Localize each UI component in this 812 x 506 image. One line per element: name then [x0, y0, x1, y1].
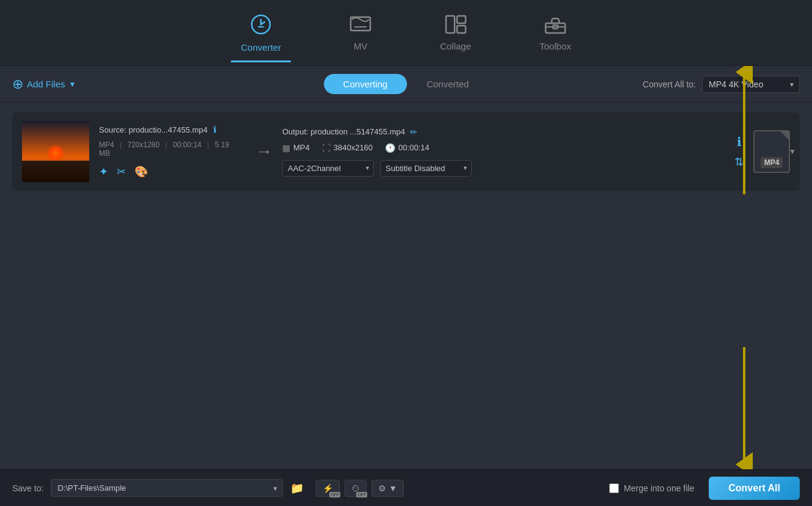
svg-rect-3 [457, 16, 466, 23]
source-format: MP4 [99, 141, 114, 149]
save-path-wrapper [51, 479, 283, 497]
bottom-bar: Save to: 📁 ⚡ OFF ⏲ OFF ⚙ ▼ Merge into on… [0, 469, 812, 506]
output-duration-spec: 🕐 00:00:14 [385, 143, 430, 153]
schedule-button[interactable]: ⏲ OFF [345, 480, 367, 497]
convert-arrow: → [255, 142, 272, 161]
cut-icon[interactable]: ✂ [117, 165, 126, 178]
save-path-input[interactable] [51, 479, 283, 497]
add-files-dropdown-arrow: ▼ [69, 80, 76, 89]
convert-all-button[interactable]: Convert All [709, 477, 800, 500]
enhance-icon[interactable]: ✦ [99, 165, 108, 178]
output-resolution-spec: ⛶ 3840x2160 [322, 143, 373, 153]
thumbnail-image [22, 121, 89, 182]
collage-icon [445, 15, 467, 37]
source-info-icon[interactable]: ℹ [213, 125, 216, 134]
nav-item-converter[interactable]: Converter [231, 9, 291, 57]
source-resolution: 720x1280 [128, 141, 160, 149]
nav-label-mv: MV [354, 41, 368, 51]
nav-label-converter: Converter [241, 42, 281, 53]
output-specs: ▦ MP4 ⛶ 3840x2160 🕐 00:00:14 [282, 143, 725, 153]
nav-label-collage: Collage [440, 41, 471, 51]
add-files-label: Add Files [27, 79, 65, 89]
subtitle-select[interactable]: Subtitle Disabled Subtitle Enabled [380, 160, 472, 177]
nav-label-toolbox: Toolbox [540, 41, 571, 51]
settings-dropdown-button[interactable]: ⚙ ▼ [371, 480, 404, 497]
output-duration: 00:00:14 [398, 143, 430, 152]
schedule-off-badge: OFF [356, 492, 367, 497]
merge-checkbox-container: Merge into one file [609, 483, 694, 493]
toolbox-icon [544, 15, 566, 37]
output-settings-button[interactable]: ⇅ [734, 155, 744, 169]
edit-output-icon[interactable]: ✏ [410, 127, 417, 137]
action-icons: ✦ ✂ 🎨 [99, 165, 246, 178]
source-filename: Source: productio...47455.mp4 ℹ [99, 125, 246, 134]
table-row: Source: productio...47455.mp4 ℹ MP4 | 72… [12, 112, 800, 191]
audio-select-wrapper: AAC-2Channel AAC-6Channel MP3 [282, 160, 374, 177]
tab-converting[interactable]: Converting [324, 74, 408, 94]
clock-icon: 🕐 [385, 143, 395, 153]
nav-item-mv[interactable]: MV [340, 10, 381, 56]
arrow-down-annotation [735, 347, 753, 469]
effects-icon[interactable]: 🎨 [134, 165, 148, 178]
accelerate-off-badge: OFF [329, 492, 340, 497]
converter-icon [250, 13, 272, 38]
output-filename: Output: production ...5147455.mp4 ✏ [282, 127, 725, 137]
format-select-wrapper: MP4 4K Video MP4 1080p MP4 720p AVI MOV … [702, 76, 800, 93]
plus-circle-icon: ⊕ [12, 76, 23, 92]
accelerate-button[interactable]: ⚡ OFF [316, 480, 340, 497]
merge-checkbox[interactable] [609, 483, 619, 493]
svg-rect-4 [457, 26, 466, 33]
format-thumb-corner [780, 131, 789, 140]
format-select[interactable]: MP4 4K Video MP4 1080p MP4 720p AVI MOV … [702, 76, 800, 93]
file-thumbnail [22, 121, 89, 182]
format-thumbnail[interactable]: MP4 ▼ [753, 130, 790, 173]
mv-icon [349, 15, 371, 37]
tab-converted[interactable]: Converted [407, 74, 488, 94]
format-thumb-label: MP4 [761, 157, 783, 168]
nav-item-collage[interactable]: Collage [430, 10, 481, 56]
svg-rect-2 [446, 16, 455, 33]
nav-item-toolbox[interactable]: Toolbox [530, 10, 581, 56]
output-resolution: 3840x2160 [334, 143, 373, 152]
source-meta: MP4 | 720x1280 | 00:00:14 | 5.19 MB [99, 141, 246, 158]
convert-all-to-label: Convert All to: [643, 79, 696, 89]
source-size: 5.19 MB [99, 141, 229, 158]
source-duration: 00:00:14 [173, 141, 202, 149]
save-to-label: Save to: [12, 483, 43, 493]
output-info: Output: production ...5147455.mp4 ✏ ▦ MP… [282, 127, 725, 177]
top-navigation: Converter MV Collage [0, 0, 812, 66]
output-format-spec: ▦ MP4 [282, 143, 310, 153]
merge-label: Merge into one file [624, 483, 694, 493]
convert-all-to-section: Convert All to: MP4 4K Video MP4 1080p M… [643, 76, 800, 93]
row-right-controls: ℹ ⇅ [734, 134, 744, 169]
file-list: Source: productio...47455.mp4 ℹ MP4 | 72… [0, 103, 812, 200]
bottom-tools: ⚡ OFF ⏲ OFF ⚙ ▼ [316, 480, 404, 497]
film-icon: ▦ [282, 143, 290, 153]
add-files-button[interactable]: ⊕ Add Files ▼ [12, 76, 76, 92]
toolbar: ⊕ Add Files ▼ Converting Converted Conve… [0, 66, 812, 103]
audio-channel-select[interactable]: AAC-2Channel AAC-6Channel MP3 [282, 160, 374, 177]
output-info-button[interactable]: ℹ [737, 134, 742, 149]
open-folder-button[interactable]: 📁 [290, 482, 304, 495]
output-format: MP4 [293, 143, 310, 152]
subtitle-select-wrapper: Subtitle Disabled Subtitle Enabled [380, 160, 472, 177]
tab-group: Converting Converted [324, 74, 489, 94]
output-controls: AAC-2Channel AAC-6Channel MP3 Subtitle D… [282, 160, 725, 177]
format-thumb-dropdown[interactable]: ▼ [789, 147, 796, 156]
source-info: Source: productio...47455.mp4 ℹ MP4 | 72… [99, 125, 246, 178]
resolution-icon: ⛶ [322, 143, 331, 153]
